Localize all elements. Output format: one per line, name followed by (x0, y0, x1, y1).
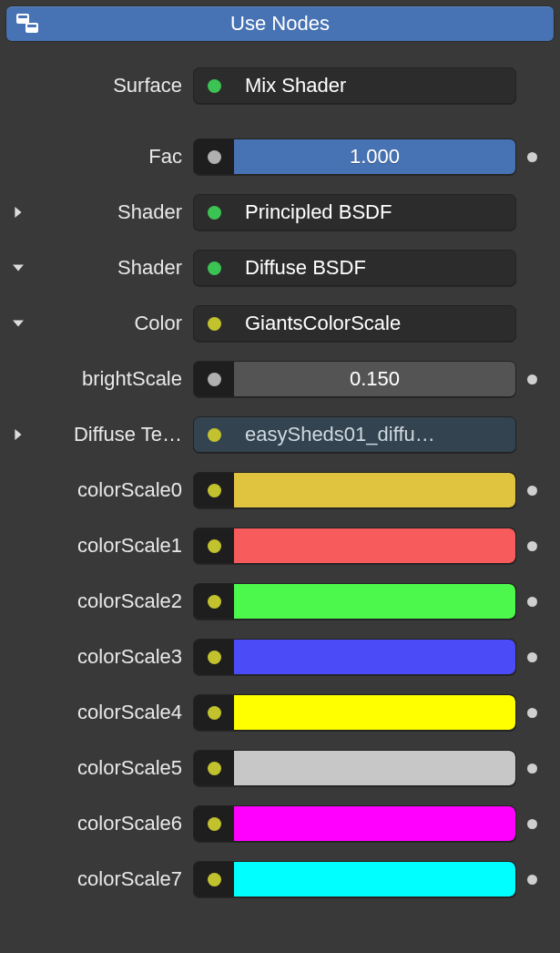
color-socket-icon (208, 873, 221, 886)
color-swatch (234, 695, 515, 730)
node-socket-icon (208, 428, 221, 442)
shader1-value: Principled BSDF (234, 195, 515, 230)
colorscale4-swatch[interactable] (193, 694, 516, 731)
shader1-node-button[interactable]: Principled BSDF (193, 194, 516, 231)
diffuse-tex-label: Diffuse Te… (44, 423, 193, 446)
diffuse-tex-value: easySheds01_diffu… (234, 417, 515, 452)
color-socket-icon (208, 706, 221, 720)
color-swatch (234, 862, 515, 897)
colorscale3-label: colorScale3 (44, 645, 193, 669)
colorscale6-label: colorScale6 (44, 812, 193, 835)
input-socket-icon[interactable] (527, 708, 537, 718)
chevron-right-icon (13, 207, 24, 218)
svg-rect-0 (16, 14, 29, 24)
color-value: GiantsColorScale (234, 306, 515, 341)
svg-rect-2 (25, 23, 38, 33)
color-socket-icon (208, 539, 221, 553)
colorscale5-label: colorScale5 (44, 756, 193, 780)
color-swatch (234, 473, 515, 507)
fac-value: 1.000 (234, 139, 515, 174)
input-socket-icon[interactable] (527, 763, 537, 774)
node-socket-icon (208, 261, 221, 275)
brightscale-label: brightScale (44, 367, 193, 391)
svg-rect-3 (27, 25, 36, 27)
shader1-label: Shader (44, 200, 193, 224)
color-swatch (234, 584, 515, 619)
brightscale-value: 0.150 (234, 362, 515, 396)
value-socket-icon (208, 373, 221, 386)
chevron-down-icon (13, 262, 24, 273)
colorscale5-swatch[interactable] (193, 750, 516, 786)
color-label: Color (44, 312, 193, 335)
input-socket-icon[interactable] (527, 486, 537, 496)
chevron-down-icon (13, 318, 24, 329)
fac-label: Fac (44, 145, 193, 169)
shader2-label: Shader (44, 256, 193, 280)
colorscale1-label: colorScale1 (44, 534, 193, 558)
input-socket-icon[interactable] (527, 652, 537, 662)
node-socket-icon (208, 317, 221, 331)
colorscale0-label: colorScale0 (44, 478, 193, 502)
expand-toggle[interactable] (13, 318, 44, 329)
svg-rect-1 (18, 15, 27, 18)
color-socket-icon (208, 817, 221, 831)
surface-label: Surface (44, 74, 193, 97)
shader2-value: Diffuse BSDF (234, 251, 515, 285)
fac-slider[interactable]: 1.000 (193, 138, 516, 175)
surface-node-button[interactable]: Mix Shader (193, 67, 516, 104)
expand-toggle[interactable] (13, 207, 44, 218)
shader2-node-button[interactable]: Diffuse BSDF (193, 250, 516, 286)
expand-toggle[interactable] (13, 262, 44, 273)
colorscale7-swatch[interactable] (193, 861, 516, 897)
use-nodes-button[interactable]: Use Nodes (5, 5, 555, 42)
colorscale4-label: colorScale4 (44, 701, 193, 724)
colorscale3-swatch[interactable] (193, 639, 516, 675)
input-socket-icon[interactable] (527, 819, 537, 829)
colorscale2-label: colorScale2 (44, 589, 193, 613)
expand-toggle[interactable] (13, 429, 44, 440)
node-socket-icon (208, 206, 221, 220)
color-swatch (234, 751, 515, 785)
input-socket-icon[interactable] (527, 374, 537, 384)
color-socket-icon (208, 484, 221, 497)
input-socket-icon[interactable] (527, 597, 537, 607)
use-nodes-label: Use Nodes (6, 12, 554, 36)
input-socket-icon[interactable] (527, 541, 537, 551)
value-socket-icon (208, 150, 221, 164)
colorscale1-swatch[interactable] (193, 528, 516, 564)
color-socket-icon (208, 595, 221, 609)
surface-value: Mix Shader (234, 68, 515, 103)
node-icon (15, 12, 39, 36)
colorscale0-swatch[interactable] (193, 472, 516, 508)
node-panel: Surface Mix Shader Fac 1.000 Shader (0, 42, 560, 926)
color-swatch (234, 640, 515, 674)
brightscale-slider[interactable]: 0.150 (193, 361, 516, 397)
color-swatch (234, 528, 515, 563)
input-socket-icon[interactable] (527, 875, 537, 885)
color-socket-icon (208, 651, 221, 664)
input-socket-icon[interactable] (527, 152, 537, 162)
chevron-right-icon (13, 429, 24, 440)
colorscale2-swatch[interactable] (193, 583, 516, 620)
color-socket-icon (208, 762, 221, 775)
node-socket-icon (208, 79, 221, 93)
color-node-button[interactable]: GiantsColorScale (193, 305, 516, 342)
color-swatch (234, 806, 515, 841)
colorscale6-swatch[interactable] (193, 805, 516, 842)
diffuse-tex-node-button[interactable]: easySheds01_diffu… (193, 416, 516, 453)
colorscale7-label: colorScale7 (44, 867, 193, 891)
